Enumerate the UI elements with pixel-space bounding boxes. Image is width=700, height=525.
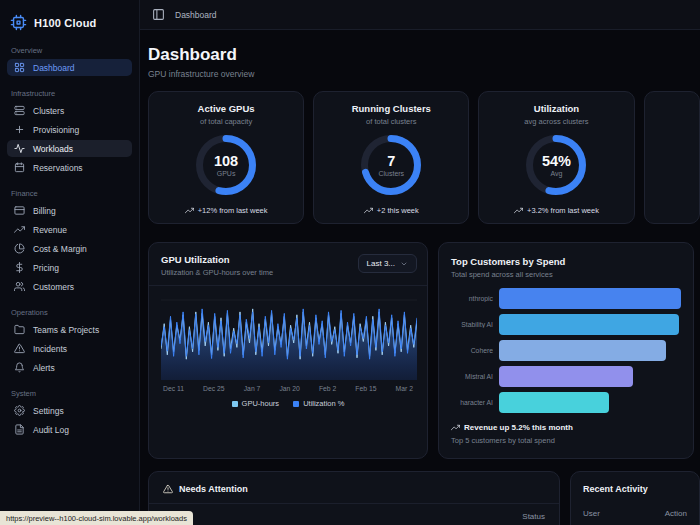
stat-value: 7 xyxy=(387,153,395,169)
sidebar-item-provisioning[interactable]: Provisioning xyxy=(7,121,132,138)
bar-track xyxy=(499,288,681,309)
stat-card-utilization: Utilizationavg across clusters54%Avg+3.2… xyxy=(478,91,634,224)
customer-bar xyxy=(499,288,681,309)
column-user: User xyxy=(583,509,665,518)
gpu-utilization-card: GPU Utilization Utilization & GPU-hours … xyxy=(148,242,428,459)
sidebar: H100 Cloud OverviewDashboardInfrastructu… xyxy=(0,0,140,525)
sidebar-item-label: Pricing xyxy=(33,263,59,273)
alert-triangle-icon xyxy=(14,343,25,354)
trending-up-icon xyxy=(364,206,373,215)
x-tick: Jan 7 xyxy=(244,385,261,392)
bottom-row: Needs Attention Item Status Recent Activ… xyxy=(148,471,700,525)
chart-legend: GPU-hoursUtilization % xyxy=(149,399,427,408)
bar-track xyxy=(499,392,681,413)
time-range-label: Last 3... xyxy=(367,259,395,268)
stat-subtitle: of total clusters xyxy=(366,117,416,126)
sidebar-item-label: Revenue xyxy=(33,225,67,235)
customer-bar-row: Cohere xyxy=(451,340,681,361)
sidebar-item-reservations[interactable]: Reservations xyxy=(7,159,132,176)
stat-unit: Avg xyxy=(551,170,563,177)
sidebar-item-label: Incidents xyxy=(33,344,67,354)
sidebar-item-label: Settings xyxy=(33,406,64,416)
sidebar-item-label: Audit Log xyxy=(33,425,69,435)
customer-bar-row: nthropic xyxy=(451,288,681,309)
sidebar-item-label: Customers xyxy=(33,282,74,292)
trending-up-icon xyxy=(514,206,523,215)
sidebar-section-label: Operations xyxy=(11,308,132,317)
customer-bar xyxy=(499,340,666,361)
sidebar-item-settings[interactable]: Settings xyxy=(7,402,132,419)
customers-footer-text: Revenue up 5.2% this month xyxy=(464,423,573,432)
trending-up-icon xyxy=(14,224,25,235)
customer-label: nthropic xyxy=(451,295,493,303)
donut-gauge: 7Clusters xyxy=(359,133,423,197)
customers-footer: Revenue up 5.2% this month xyxy=(451,423,681,432)
stat-subtitle: of total capacity xyxy=(200,117,252,126)
file-text-icon xyxy=(14,424,25,435)
sidebar-item-label: Alerts xyxy=(33,363,55,373)
donut-gauge: 108GPUs xyxy=(194,133,258,197)
server-icon xyxy=(14,105,25,116)
legend-item: Utilization % xyxy=(293,399,344,408)
sidebar-item-label: Reservations xyxy=(33,163,83,173)
stat-unit: GPUs xyxy=(217,170,236,177)
sidebar-item-clusters[interactable]: Clusters xyxy=(7,102,132,119)
gpu-chart-title: GPU Utilization xyxy=(161,254,273,265)
sidebar-item-dashboard[interactable]: Dashboard xyxy=(7,59,132,76)
needs-attention-title: Needs Attention xyxy=(179,484,248,494)
sidebar-section-label: Finance xyxy=(11,189,132,198)
x-axis-ticks: Dec 11Dec 25Jan 7Jan 20Feb 2Feb 15Mar 2 xyxy=(149,380,427,392)
sidebar-item-label: Cost & Margin xyxy=(33,244,87,254)
browser-status-url: https://preview--h100-cloud-sim.lovable.… xyxy=(0,511,193,525)
sidebar-item-pricing[interactable]: Pricing xyxy=(7,259,132,276)
sidebar-item-teams-projects[interactable]: Teams & Projects xyxy=(7,321,132,338)
column-action: Action xyxy=(665,509,687,518)
stat-card-active-gpus: Active GPUsof total capacity108GPUs+12% … xyxy=(148,91,304,224)
stat-unit: Clusters xyxy=(378,170,404,177)
bar-track xyxy=(499,314,681,335)
time-range-dropdown[interactable]: Last 3... xyxy=(358,254,417,273)
sidebar-item-billing[interactable]: Billing xyxy=(7,202,132,219)
legend-item: GPU-hours xyxy=(232,399,280,408)
stat-title: Active GPUs xyxy=(198,103,255,114)
charts-row: GPU Utilization Utilization & GPU-hours … xyxy=(148,242,700,459)
gpu-area-chart xyxy=(161,296,417,380)
customers-subtitle: Total spend across all services xyxy=(451,270,681,279)
recent-activity-title: Recent Activity xyxy=(571,472,699,503)
gpu-chart-subtitle: Utilization & GPU-hours over time xyxy=(161,268,273,277)
needs-attention-card: Needs Attention Item Status xyxy=(148,471,560,525)
recent-activity-card: Recent Activity User Action xyxy=(570,471,700,525)
trending-up-icon xyxy=(185,206,194,215)
sidebar-item-alerts[interactable]: Alerts xyxy=(7,359,132,376)
x-tick: Feb 2 xyxy=(319,385,336,392)
sidebar-item-label: Dashboard xyxy=(33,63,75,73)
chip-icon xyxy=(10,14,27,31)
sidebar-item-label: Workloads xyxy=(33,144,73,154)
x-tick: Mar 2 xyxy=(396,385,413,392)
stat-card-running-clusters: Running Clustersof total clusters7Cluste… xyxy=(313,91,469,224)
sidebar-section-label: Overview xyxy=(11,46,132,55)
topbar: Dashboard xyxy=(140,0,700,30)
sidebar-item-revenue[interactable]: Revenue xyxy=(7,221,132,238)
sidebar-item-audit-log[interactable]: Audit Log xyxy=(7,421,132,438)
sidebar-item-cost-margin[interactable]: Cost & Margin xyxy=(7,240,132,257)
customer-label: Mistral AI xyxy=(451,373,493,381)
calendar-icon xyxy=(14,162,25,173)
stat-trend: +2 this week xyxy=(364,206,419,215)
folder-icon xyxy=(14,324,25,335)
bar-track xyxy=(499,366,681,387)
customers-title: Top Customers by Spend xyxy=(451,256,681,267)
sidebar-item-label: Clusters xyxy=(33,106,64,116)
sidebar-item-label: Billing xyxy=(33,206,56,216)
trending-up-icon xyxy=(451,423,460,432)
x-tick: Feb 15 xyxy=(355,385,376,392)
sidebar-item-workloads[interactable]: Workloads xyxy=(7,140,132,157)
sidebar-item-incidents[interactable]: Incidents xyxy=(7,340,132,357)
x-tick: Dec 11 xyxy=(163,385,184,392)
sidebar-item-customers[interactable]: Customers xyxy=(7,278,132,295)
sidebar-toggle-icon[interactable] xyxy=(152,8,165,21)
stats-row: Active GPUsof total capacity108GPUs+12% … xyxy=(148,91,700,224)
gpu-chart-plot xyxy=(149,286,427,380)
page-subtitle: GPU infrastructure overview xyxy=(148,69,700,79)
customer-label: haracter AI xyxy=(451,399,493,407)
